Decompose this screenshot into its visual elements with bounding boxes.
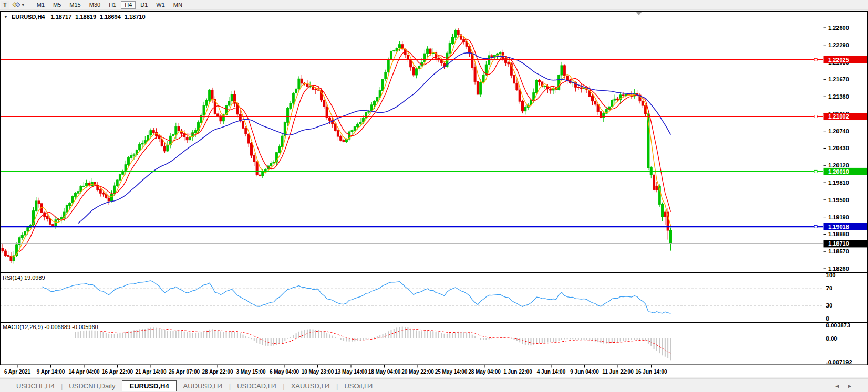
candle: [4, 251, 6, 255]
candle: [535, 80, 538, 92]
candle: [642, 101, 644, 105]
candle: [74, 193, 76, 196]
text-tool-button[interactable]: T: [1, 1, 9, 9]
candle: [10, 256, 12, 261]
tab-usdcad-h4[interactable]: USDCAD,H4: [231, 380, 282, 391]
shapes-icon[interactable]: ▾: [12, 2, 24, 8]
candle: [524, 107, 526, 111]
toolbar-separator: [190, 2, 190, 8]
candle: [328, 118, 330, 120]
timeframe-button-mn[interactable]: MN: [170, 1, 186, 9]
tab-eurusd-h4[interactable]: EURUSD,H4: [122, 380, 176, 391]
candle: [102, 193, 105, 194]
candle: [418, 66, 420, 69]
rsi-axis-label: 70: [826, 285, 832, 291]
ohlc-high: 1.18819: [75, 14, 96, 20]
timeframe-buttons: M1M5M15M30H1H4D1W1MN: [33, 1, 187, 9]
rsi-axis-label: 30: [826, 302, 832, 309]
candle: [385, 72, 387, 79]
chart-symbol: EURUSD,H4: [12, 14, 45, 20]
candle: [290, 103, 292, 109]
tab-scroll-left-icon[interactable]: ◄: [834, 383, 847, 389]
candle: [186, 137, 188, 140]
hline-handle: [814, 225, 817, 228]
candle: [247, 134, 250, 143]
candle: [477, 81, 479, 94]
candle: [27, 228, 29, 231]
tab-usoil-h4[interactable]: USOil,H4: [338, 380, 378, 391]
date-tick-label: 21 Apr 14:00: [135, 369, 167, 375]
candle: [563, 66, 565, 76]
candle: [577, 87, 580, 88]
candle: [7, 256, 9, 257]
date-tick-label: 11 Jun 22:00: [602, 369, 634, 375]
candle: [415, 69, 417, 75]
candle: [273, 162, 275, 163]
candle: [127, 158, 129, 165]
timeframe-button-m15[interactable]: M15: [66, 1, 84, 9]
candle: [144, 141, 146, 143]
price-tick-label: 1.20120: [828, 162, 849, 168]
date-tick-label: 10 May 23:00: [302, 369, 334, 375]
price-tick-label: 1.19500: [828, 197, 849, 203]
candle: [398, 45, 400, 48]
date-tick-label: 20 May 22:00: [401, 369, 434, 375]
candle: [55, 220, 57, 226]
candle: [480, 82, 482, 94]
symbol-dropdown-icon[interactable]: ▼: [4, 15, 8, 19]
date-tick-label: 14 Apr 04:00: [68, 369, 100, 375]
candle: [172, 134, 174, 136]
trading-terminal: T ▾ M1M5M15M30H1H4D1W1MN 1.226001.222901…: [0, 0, 868, 392]
timeframe-button-d1[interactable]: D1: [137, 1, 151, 9]
tab-usdcnh-daily[interactable]: USDCNH,Daily: [63, 380, 121, 391]
candle: [292, 93, 294, 103]
candle: [482, 75, 484, 82]
candle: [231, 94, 233, 101]
shapes-icon-glyph: [12, 2, 21, 8]
candle: [21, 235, 23, 238]
ohlc-open: 1.18717: [51, 14, 72, 20]
candle: [474, 68, 476, 82]
candle: [60, 218, 63, 219]
tab-xauusd-h4[interactable]: XAUUSD,H4: [285, 380, 336, 391]
chart-tab-bar: USDCHF,H4|USDCNH,DailyEURUSD,H4AUDUSD,H4…: [0, 378, 868, 392]
macd-indicator-label: MACD(12,26,9) -0.006689 -0.005960: [3, 324, 98, 330]
date-tick-label: 16 Jun 14:00: [635, 369, 667, 375]
candle: [337, 131, 339, 136]
tab-scroll-right-icon[interactable]: ►: [847, 383, 860, 389]
candle: [110, 194, 112, 201]
candle: [301, 79, 303, 83]
candle: [452, 37, 454, 44]
tab-scroll-arrows[interactable]: ◄►: [834, 383, 860, 389]
timeframe-button-h1[interactable]: H1: [105, 1, 120, 9]
timeframe-button-w1[interactable]: W1: [152, 1, 169, 9]
date-tick-label: 9 Apr 14:00: [37, 369, 65, 375]
candle: [457, 30, 459, 35]
candle: [669, 230, 671, 243]
price-tick-label: 1.19810: [828, 179, 849, 186]
candle: [295, 89, 297, 93]
date-tick-label: 6 Apr 2021: [4, 369, 31, 375]
ohlc-low: 1.18694: [100, 14, 121, 20]
candle: [228, 101, 230, 105]
candle: [245, 128, 247, 134]
price-tick-label: 1.20430: [828, 145, 849, 151]
candle: [209, 90, 211, 100]
chart-canvas[interactable]: 1.226001.222901.219801.216701.213601.210…: [0, 11, 868, 377]
candle: [108, 198, 110, 201]
macd-axis-label: -0.007192: [826, 359, 852, 365]
candle: [505, 59, 507, 63]
tab-usdchf-h4[interactable]: USDCHF,H4: [11, 380, 60, 391]
price-tick-label: 1.18570: [828, 248, 849, 255]
price-tick-label: 1.22600: [828, 25, 849, 31]
current-price-label-text: 1.18710: [828, 240, 849, 247]
tab-audusd-h4[interactable]: AUDUSD,H4: [178, 380, 229, 391]
candle: [281, 136, 283, 146]
timeframe-button-h4[interactable]: H4: [121, 1, 136, 9]
timeframe-button-m5[interactable]: M5: [49, 1, 65, 9]
timeframe-button-m30[interactable]: M30: [86, 1, 104, 9]
candle: [393, 51, 395, 51]
timeframe-button-m1[interactable]: M1: [33, 1, 48, 9]
date-tick-label: 9 Jun 04:00: [570, 369, 599, 375]
candle: [306, 84, 308, 87]
